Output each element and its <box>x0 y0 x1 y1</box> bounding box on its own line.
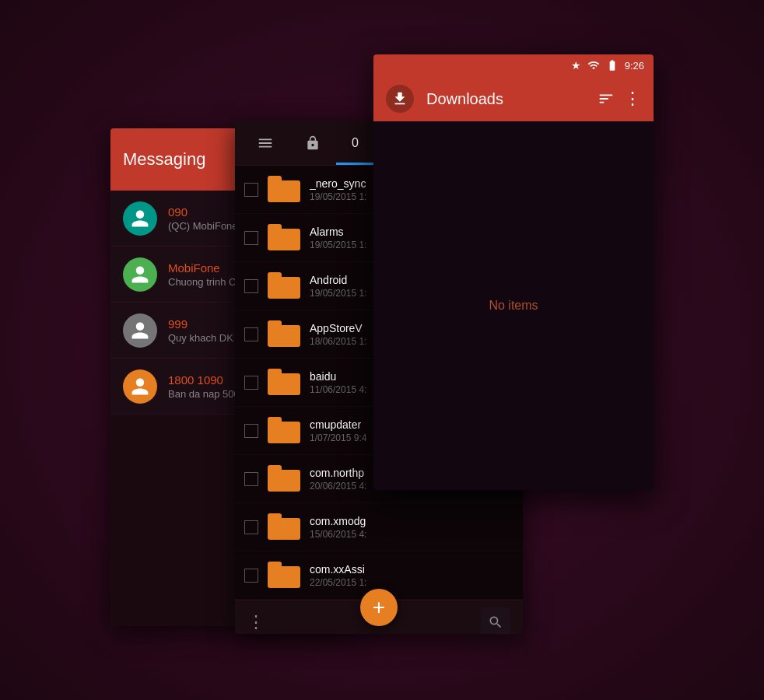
no-items-label: No items <box>489 299 538 313</box>
lock-icon <box>305 135 321 151</box>
download-icon <box>391 90 408 107</box>
file-checkbox[interactable] <box>244 376 258 390</box>
folder-icon <box>268 224 300 252</box>
more-options-button[interactable]: ⋮ <box>624 89 641 109</box>
folder-icon <box>268 417 300 445</box>
folder-icon <box>268 562 300 590</box>
avatar <box>123 257 157 292</box>
fab-icon: + <box>373 597 385 618</box>
messaging-title: Messaging <box>123 149 205 170</box>
file-checkbox[interactable] <box>244 520 258 534</box>
download-icon-circle <box>386 85 414 113</box>
downloads-title: Downloads <box>426 90 585 108</box>
avatar <box>123 313 157 348</box>
header-actions: ⋮ <box>598 89 641 109</box>
tab-lock[interactable] <box>289 121 336 165</box>
signal-icon <box>587 59 600 72</box>
status-time: 9:26 <box>625 60 644 72</box>
person-icon <box>130 208 150 229</box>
file-checkbox[interactable] <box>244 279 258 293</box>
file-checkbox[interactable] <box>244 424 258 438</box>
avatar <box>123 201 157 236</box>
search-icon <box>488 614 503 630</box>
status-bar: ★ 9:26 <box>373 54 654 76</box>
more-options-icon[interactable]: ⋮ <box>247 612 265 632</box>
file-checkbox[interactable] <box>244 231 258 245</box>
file-name: com.xxAssi <box>310 563 513 576</box>
file-name: com.xmodg <box>310 515 513 527</box>
file-date: 22/05/2015 1: <box>310 577 513 588</box>
person-icon <box>130 320 150 341</box>
file-item[interactable]: com.xmodg 15/06/2015 4: <box>235 503 523 551</box>
folder-icon <box>268 369 300 397</box>
folder-icon <box>268 513 300 541</box>
star-icon: ★ <box>571 59 581 72</box>
search-button[interactable] <box>481 607 510 635</box>
folder-icon <box>268 320 300 348</box>
folder-icon <box>268 465 300 493</box>
file-checkbox[interactable] <box>244 569 258 583</box>
downloads-content: No items <box>373 121 654 490</box>
file-info: com.xmodg 15/06/2015 4: <box>310 515 513 540</box>
downloads-header: Downloads ⋮ <box>373 76 654 121</box>
downloads-window: ★ 9:26 Downloads ⋮ No items <box>373 54 654 490</box>
file-date: 15/06/2015 4: <box>310 529 513 540</box>
tab-count-label: 0 <box>352 136 359 150</box>
folder-icon <box>268 272 300 300</box>
tab-hamburger[interactable] <box>241 121 289 165</box>
sort-icon[interactable] <box>598 90 615 107</box>
tab-count[interactable]: 0 <box>336 121 374 165</box>
fab-add-button[interactable]: + <box>360 589 398 626</box>
hamburger-icon <box>257 135 274 152</box>
empty-message-area: No items <box>373 121 654 490</box>
person-icon <box>130 264 150 285</box>
folder-icon <box>268 176 300 204</box>
avatar <box>123 369 157 404</box>
file-checkbox[interactable] <box>244 472 258 486</box>
file-checkbox[interactable] <box>244 183 258 197</box>
file-info: com.xxAssi 22/05/2015 1: <box>310 563 513 588</box>
file-checkbox[interactable] <box>244 327 258 341</box>
battery-icon <box>606 59 619 72</box>
person-icon <box>130 376 150 397</box>
